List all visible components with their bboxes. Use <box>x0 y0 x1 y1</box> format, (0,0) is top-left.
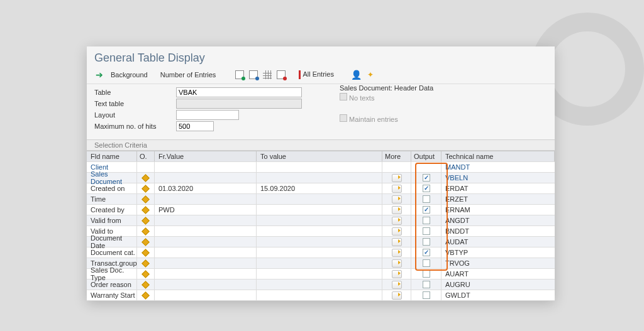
cell-more[interactable] <box>382 215 411 225</box>
cell-from[interactable] <box>155 258 257 268</box>
table-input[interactable] <box>176 87 302 97</box>
cell-from[interactable] <box>155 247 257 258</box>
cell-to[interactable] <box>257 290 382 300</box>
cell-output[interactable] <box>411 215 441 225</box>
diamond-icon[interactable] <box>142 227 150 236</box>
cell-more[interactable] <box>382 183 411 193</box>
cell-from[interactable]: 01.03.2020 <box>155 183 257 193</box>
diamond-icon[interactable] <box>142 195 150 203</box>
output-checkbox[interactable] <box>423 259 430 267</box>
output-checkbox[interactable] <box>423 195 430 203</box>
cell-operator[interactable] <box>137 194 155 204</box>
cell-operator[interactable] <box>137 215 155 225</box>
cell-output[interactable] <box>411 279 441 290</box>
cell-to[interactable] <box>257 226 382 236</box>
cell-output[interactable] <box>411 247 441 258</box>
diamond-icon[interactable] <box>142 281 150 289</box>
background-button[interactable]: Background <box>108 71 154 79</box>
cell-output[interactable] <box>411 194 441 204</box>
diamond-icon[interactable] <box>142 206 150 214</box>
cell-to[interactable] <box>257 258 382 268</box>
diamond-icon[interactable] <box>142 217 150 225</box>
cell-from[interactable] <box>155 290 257 300</box>
cell-from[interactable]: PWD <box>155 205 257 215</box>
more-button-icon[interactable] <box>392 281 402 289</box>
cell-from[interactable] <box>155 215 257 225</box>
more-button-icon[interactable] <box>392 206 402 214</box>
output-checkbox[interactable] <box>423 238 430 246</box>
more-button-icon[interactable] <box>392 238 402 246</box>
cell-to[interactable] <box>257 205 382 215</box>
cell-from[interactable] <box>155 173 257 183</box>
cell-more[interactable] <box>382 205 411 215</box>
cell-more[interactable] <box>382 173 411 183</box>
diamond-icon[interactable] <box>142 270 150 278</box>
cell-to[interactable] <box>257 237 382 247</box>
cell-more[interactable] <box>382 247 411 258</box>
cell-to[interactable] <box>257 269 382 279</box>
where-used-icon[interactable]: ✦ <box>365 70 375 80</box>
diamond-icon[interactable] <box>142 185 150 193</box>
user-icon[interactable]: 👤 <box>352 70 362 80</box>
diamond-icon[interactable] <box>142 291 150 300</box>
cell-more[interactable] <box>382 269 411 279</box>
more-button-icon[interactable] <box>392 249 402 257</box>
cell-to[interactable]: 15.09.2020 <box>257 183 382 193</box>
cell-from[interactable] <box>155 226 257 236</box>
output-checkbox[interactable] <box>423 227 430 235</box>
output-checkbox[interactable] <box>423 206 430 214</box>
cell-from[interactable] <box>155 279 257 290</box>
cell-from[interactable] <box>155 162 257 172</box>
output-checkbox[interactable] <box>423 270 430 278</box>
cell-output[interactable] <box>411 258 441 268</box>
cell-operator[interactable] <box>137 279 155 290</box>
cell-more[interactable] <box>382 194 411 204</box>
all-entries-button[interactable]: All Entries <box>299 70 334 79</box>
cell-output[interactable] <box>411 237 441 247</box>
cell-output[interactable] <box>411 290 441 300</box>
layout-input[interactable] <box>176 110 239 120</box>
more-button-icon[interactable] <box>392 270 402 278</box>
cell-to[interactable] <box>257 279 382 290</box>
cell-more[interactable] <box>382 237 411 247</box>
max-hits-input[interactable] <box>176 121 214 131</box>
cell-operator[interactable] <box>137 269 155 279</box>
diamond-icon[interactable] <box>142 238 150 246</box>
cell-more[interactable] <box>382 279 411 290</box>
variant-save-icon[interactable] <box>248 70 258 80</box>
cell-to[interactable] <box>257 194 382 204</box>
cell-more[interactable] <box>382 226 411 236</box>
output-checkbox[interactable] <box>423 281 430 288</box>
more-button-icon[interactable] <box>392 195 402 203</box>
diamond-icon[interactable] <box>142 259 150 268</box>
entries-button[interactable]: Number of Entries <box>158 71 223 79</box>
output-checkbox[interactable] <box>423 174 430 182</box>
spreadsheet-icon[interactable] <box>262 70 272 80</box>
cell-operator[interactable] <box>137 183 155 193</box>
more-button-icon[interactable] <box>392 217 402 225</box>
output-checkbox[interactable] <box>423 249 430 256</box>
cell-to[interactable] <box>257 173 382 183</box>
cell-more[interactable] <box>382 290 411 300</box>
cell-operator[interactable] <box>137 247 155 258</box>
cell-operator[interactable] <box>137 205 155 215</box>
cell-output[interactable] <box>411 183 441 193</box>
cell-to[interactable] <box>257 247 382 258</box>
cell-operator[interactable] <box>137 173 155 183</box>
output-checkbox[interactable] <box>423 185 430 192</box>
more-button-icon[interactable] <box>392 291 402 300</box>
cell-to[interactable] <box>257 162 382 172</box>
cell-operator[interactable] <box>137 226 155 236</box>
cell-from[interactable] <box>155 237 257 247</box>
more-button-icon[interactable] <box>392 185 402 193</box>
variant-get-icon[interactable] <box>235 70 245 80</box>
output-checkbox[interactable] <box>423 217 430 224</box>
diamond-icon[interactable] <box>142 249 150 257</box>
cell-from[interactable] <box>155 194 257 204</box>
more-button-icon[interactable] <box>392 227 402 236</box>
diamond-icon[interactable] <box>142 174 150 182</box>
cell-from[interactable] <box>155 269 257 279</box>
cell-more[interactable] <box>382 258 411 268</box>
cell-output[interactable] <box>411 205 441 215</box>
execute-icon[interactable]: ➔ <box>94 70 104 80</box>
